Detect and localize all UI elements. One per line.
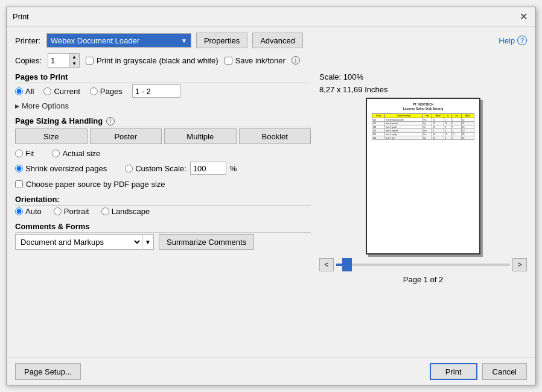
prev-page-button[interactable]: < (319, 258, 334, 271)
current-radio-label[interactable]: Current (43, 87, 80, 96)
more-options-label: More Options (22, 101, 69, 110)
shrink-label: Shrink oversized pages (25, 164, 107, 173)
auto-radio-label[interactable]: Auto (15, 207, 42, 216)
copies-input[interactable] (48, 54, 69, 67)
pages-range-input[interactable] (132, 84, 180, 98)
mini-table-cell: 4 (451, 136, 462, 140)
scale-text: Scale: 100% (319, 72, 527, 81)
page-setup-button[interactable]: Page Setup... (15, 363, 81, 380)
shrink-radio-label[interactable]: Shrink oversized pages (15, 164, 107, 173)
pages-radio[interactable] (90, 87, 98, 95)
preview-wrapper: PT. INDOTECH Laporan Daftar Stok Barang … (366, 98, 480, 254)
current-radio[interactable] (43, 87, 51, 95)
print-button[interactable]: Print (430, 363, 477, 380)
save-ink-checkbox-label[interactable]: Save ink/toner (225, 56, 285, 65)
bottom-row: Page Setup... Print Cancel (7, 358, 535, 385)
dialog-body: Printer: Webex Document Loader ▼ Propert… (7, 27, 535, 358)
fit-label: Fit (25, 149, 34, 158)
landscape-label: Landscape (112, 207, 150, 216)
comments-row: Document and Markups ▼ Summarize Comment… (15, 234, 311, 250)
actual-size-radio-label[interactable]: Actual size (52, 149, 100, 158)
copies-row: Copies: ▲ ▼ Print in grayscale (black an… (15, 53, 527, 68)
pages-content: All Current Pages (15, 84, 311, 110)
page-count: Page 1 of 2 (403, 275, 444, 284)
custom-scale-radio[interactable] (125, 165, 133, 172)
mini-table-header: Kode (372, 114, 385, 118)
spin-up-button[interactable]: ▲ (69, 54, 79, 60)
auto-radio[interactable] (15, 207, 23, 215)
custom-scale-label: Custom Scale: (135, 164, 187, 173)
comments-select-arrow-icon: ▼ (142, 235, 153, 249)
mini-table-cell: 14 (462, 136, 474, 140)
pages-radio-label[interactable]: Pages (90, 87, 123, 96)
sizing-section-title: Page Sizing & Handling (15, 116, 103, 125)
title-bar: Print ✕ (7, 7, 535, 27)
close-button[interactable]: ✕ (517, 11, 529, 23)
multiple-button[interactable]: Multiple (164, 128, 237, 144)
fit-radio[interactable] (15, 150, 23, 157)
all-radio[interactable] (15, 87, 23, 95)
grayscale-label: Print in grayscale (black and white) (97, 56, 218, 65)
printer-dropdown[interactable]: Webex Document Loader ▼ (46, 33, 191, 48)
spin-down-button[interactable]: ▼ (69, 60, 79, 67)
mini-table-header: In (444, 114, 451, 118)
next-page-button[interactable]: > (512, 258, 527, 271)
grayscale-checkbox-label[interactable]: Print in grayscale (black and white) (86, 56, 218, 65)
choose-paper-label[interactable]: Choose paper source by PDF page size (15, 180, 311, 189)
sizing-content: Size Poster Multiple Booklet Fit (15, 128, 311, 189)
dimensions-text: 8,27 x 11,69 Inches (319, 85, 527, 94)
more-options-arrow-icon: ▶ (15, 103, 19, 109)
fit-radio-label[interactable]: Fit (15, 149, 34, 158)
print-dialog: Print ✕ Printer: Webex Document Loader ▼… (6, 7, 536, 385)
shrink-radio[interactable] (15, 165, 23, 172)
all-radio-label[interactable]: All (15, 87, 34, 96)
orientation-section: Orientation: Auto Portrait (15, 195, 311, 216)
summarize-comments-button[interactable]: Summarize Comments (159, 234, 254, 250)
pages-section-title: Pages to Print (15, 72, 311, 81)
pages-radio-row: All Current Pages (15, 84, 311, 98)
portrait-radio-label[interactable]: Portrait (54, 207, 89, 216)
printer-value: Webex Document Loader (51, 36, 139, 45)
advanced-button[interactable]: Advanced (252, 33, 303, 48)
size-button[interactable]: Size (15, 128, 88, 144)
auto-label: Auto (25, 207, 42, 216)
sizing-btn-row: Size Poster Multiple Booklet (15, 128, 311, 144)
action-buttons: Print Cancel (430, 363, 527, 380)
actual-size-label: Actual size (62, 149, 100, 158)
landscape-radio-label[interactable]: Landscape (101, 207, 150, 216)
mini-table-header: Nama Barang (385, 114, 422, 118)
choose-paper-checkbox[interactable] (15, 180, 23, 188)
dialog-title: Print (13, 12, 29, 21)
portrait-radio[interactable] (54, 207, 62, 215)
custom-scale-input[interactable] (190, 162, 226, 175)
poster-button[interactable]: Poster (90, 128, 162, 144)
help-link[interactable]: Help ? (499, 36, 527, 45)
landscape-radio[interactable] (101, 207, 109, 215)
copies-label: Copies: (15, 56, 42, 65)
custom-scale-radio-label[interactable]: Custom Scale: (125, 164, 187, 173)
comments-section: Comments & Forms Document and Markups ▼ … (15, 222, 311, 250)
mini-table-header: Sat (422, 114, 432, 118)
booklet-button[interactable]: Booklet (239, 128, 311, 144)
sizing-row-1: Fit Actual size (15, 149, 311, 158)
comments-select[interactable]: Document and Markups (16, 235, 142, 249)
current-label: Current (54, 87, 80, 96)
page-slider[interactable] (336, 264, 510, 266)
copies-spinner: ▲ ▼ (69, 54, 79, 67)
comments-select-wrap: Document and Markups ▼ (15, 234, 154, 250)
grayscale-checkbox[interactable] (86, 57, 94, 65)
mini-document: PT. INDOTECH Laporan Daftar Stok Barang … (367, 99, 479, 144)
sizing-section: Page Sizing & Handling i Size Poster Mul… (15, 116, 311, 189)
save-ink-checkbox[interactable] (225, 57, 232, 65)
sizing-info-icon: i (106, 117, 115, 125)
right-panel: Scale: 100% 8,27 x 11,69 Inches PT. INDO… (319, 72, 527, 352)
actual-size-radio[interactable] (52, 150, 60, 157)
properties-button[interactable]: Properties (196, 33, 247, 48)
help-label: Help (499, 36, 515, 45)
mini-table-row: 006Item F unitKg126414 (372, 136, 474, 140)
custom-scale-row: Custom Scale: % (125, 162, 237, 175)
slider-thumb[interactable] (342, 258, 352, 271)
preview-area: PT. INDOTECH Laporan Daftar Stok Barang … (319, 98, 527, 352)
cancel-button[interactable]: Cancel (482, 363, 527, 380)
more-options-toggle[interactable]: ▶ More Options (15, 101, 311, 110)
